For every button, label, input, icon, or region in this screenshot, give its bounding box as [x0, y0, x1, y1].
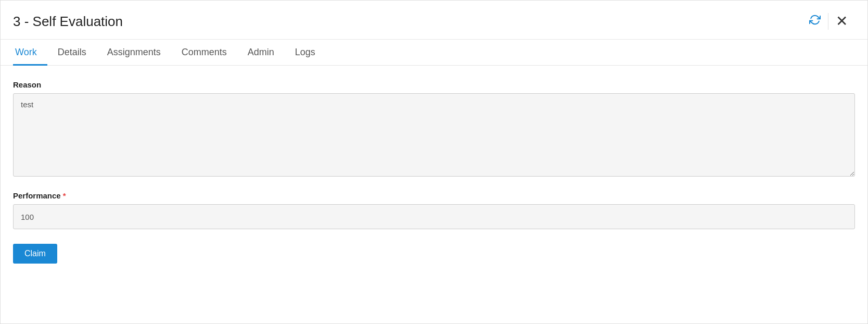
tab-assignments[interactable]: Assignments [97, 40, 171, 66]
claim-button[interactable]: Claim [13, 244, 57, 264]
page-title: 3 - Self Evaluation [13, 14, 123, 30]
performance-input[interactable] [13, 204, 855, 229]
close-icon: ✕ [836, 14, 848, 29]
refresh-icon [809, 14, 821, 29]
refresh-button[interactable] [802, 10, 828, 33]
reason-group: Reason test [13, 80, 855, 179]
tab-details[interactable]: Details [47, 40, 97, 66]
modal-body: Reason test Performance * Claim [1, 66, 867, 323]
reason-label: Reason [13, 80, 855, 89]
modal-container: 3 - Self Evaluation ✕ Work Details Assig… [0, 0, 868, 324]
modal-header: 3 - Self Evaluation ✕ [1, 1, 867, 40]
tab-work[interactable]: Work [13, 40, 47, 66]
required-star: * [63, 191, 66, 200]
close-button[interactable]: ✕ [828, 10, 855, 33]
header-actions: ✕ [802, 10, 855, 33]
tab-admin[interactable]: Admin [237, 40, 285, 66]
performance-group: Performance * [13, 191, 855, 229]
tab-comments[interactable]: Comments [171, 40, 237, 66]
reason-textarea[interactable]: test [13, 93, 855, 177]
tab-logs[interactable]: Logs [285, 40, 326, 66]
tabs-bar: Work Details Assignments Comments Admin … [1, 40, 867, 66]
performance-label: Performance * [13, 191, 855, 200]
